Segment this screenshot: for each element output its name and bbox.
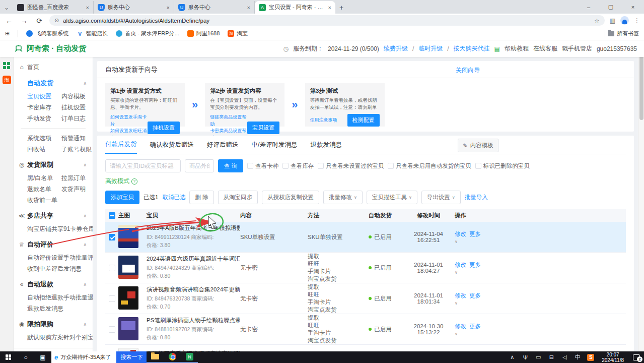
sidebar-section-auto-refund[interactable]: « 自动退款 ∧: [14, 277, 93, 292]
sogou-icon[interactable]: S: [585, 351, 597, 363]
sidebar-item-block-order[interactable]: 拉黑订单: [61, 174, 86, 183]
item-title[interactable]: 演讲视频音频演讲稿合集2024年更新中...: [147, 286, 240, 293]
sidebar-item-system-options[interactable]: 系统选项: [27, 134, 61, 143]
tab-refund-message[interactable]: 退款发消息: [310, 136, 342, 154]
bookmark-taobao[interactable]: 淘 淘宝: [228, 30, 248, 37]
row-checkbox-checked[interactable]: [109, 234, 115, 240]
item-search-input[interactable]: [105, 159, 181, 172]
tab-search-chevron-icon[interactable]: ⌄: [0, 2, 13, 14]
sidebar-item-prev-order[interactable]: 收货前一单: [27, 196, 61, 205]
sidebar-item-card-stock[interactable]: 卡密库存: [27, 103, 61, 112]
all-bookmarks-button[interactable]: 所有书签: [605, 30, 639, 37]
tab-pay-ship[interactable]: 付款后发货: [105, 136, 137, 154]
sidebar-item-manual-batch-refund[interactable]: 手动批量退款: [63, 293, 93, 302]
filter-deleted-items[interactable]: 标识已删除的宝贝: [475, 162, 530, 170]
sidebar-item-default-limit-plan[interactable]: 默认限购方案: [27, 333, 63, 342]
address-bar[interactable]: ⊙ alds.agiso.com/aldstb/#/Autologistics/…: [49, 15, 605, 26]
filter-disabled-items[interactable]: 只查看未启用自动发货的宝贝: [388, 162, 471, 170]
agiso-rail-icon[interactable]: [3, 62, 11, 70]
sidebar-section-ship-limit[interactable]: ◎ 发货限制 ∧: [14, 157, 93, 172]
taobao-rail-icon[interactable]: 淘: [3, 76, 11, 84]
sidebar-item-ship-statement[interactable]: 发货声明: [61, 185, 86, 194]
new-tab-button[interactable]: +: [335, 2, 347, 14]
content-template-button[interactable]: ✎ 内容模板: [458, 139, 498, 152]
batch-edit-dropdown[interactable]: 批量修改∨: [323, 191, 363, 204]
efficient-mode-link[interactable]: 高效模式: [105, 177, 129, 186]
sidebar-item-hangup-settings[interactable]: 挂机设置: [61, 103, 86, 112]
side-panel-icon[interactable]: ▥: [610, 17, 615, 24]
tab3-close-icon[interactable]: ×: [247, 5, 250, 11]
profile-avatar[interactable]: [620, 16, 629, 25]
sidebar-item-store-share[interactable]: 淘宝店铺共享: [27, 225, 63, 233]
taskbar-clock[interactable]: 20:07 2024/11/8: [598, 352, 628, 363]
back-icon[interactable]: ←: [4, 17, 14, 25]
window-minimize-button[interactable]: –: [578, 0, 600, 14]
browser-tab-1[interactable]: 图怪兽_百度搜索 ×: [13, 1, 94, 14]
bookmark-star-icon[interactable]: ☆: [594, 17, 599, 24]
checkbox[interactable]: [475, 163, 481, 169]
app-logo[interactable]: 阿奇索 · 自动发货: [14, 44, 86, 53]
filter-view-stock[interactable]: 查看库存: [282, 162, 314, 170]
sidebar-item-content-template[interactable]: 内容模板: [61, 92, 86, 101]
item-title[interactable]: PS笔刷厚涂插画人物手绘颗粒噪点素描p...: [147, 317, 240, 324]
edit-link[interactable]: 修改: [455, 323, 466, 329]
sidebar-item-manual-batch-review[interactable]: 手动批量评价: [63, 254, 93, 262]
window-close-button[interactable]: ×: [622, 0, 644, 14]
url-text[interactable]: alds.agiso.com/aldstb/#/Autologistics/Al…: [63, 18, 590, 24]
bookmark-feige[interactable]: 飞鸽客服系统: [26, 30, 68, 37]
chrome-icon[interactable]: [164, 351, 181, 363]
refresh-icon[interactable]: ⟳: [34, 17, 44, 25]
temp-upgrade-link[interactable]: 临时升级: [418, 44, 443, 53]
notification-center-icon[interactable]: 2: [629, 351, 644, 363]
question-icon[interactable]: ?: [131, 178, 137, 185]
tab4-close-icon[interactable]: ×: [328, 5, 331, 11]
browser-tab-2[interactable]: U 服务中心 ×: [94, 1, 174, 14]
sidebar-section-auto-ship[interactable]: 自动发货 ∧: [14, 76, 93, 91]
tab1-close-icon[interactable]: ×: [86, 5, 89, 11]
filter-view-card-type[interactable]: 查看卡种: [247, 162, 278, 170]
tray-chevron-up-icon[interactable]: ∧: [506, 351, 518, 363]
table-row[interactable]: 有效挽回恋爱心理学课程高情商沟通课程 提取: [105, 345, 626, 351]
green-app-icon[interactable]: N: [181, 351, 198, 363]
filter-unset-items[interactable]: 只查看未设置过的宝贝: [318, 162, 384, 170]
row-checkbox[interactable]: [109, 295, 115, 302]
sidebar-item-refund-message[interactable]: 退款后发消息: [27, 305, 63, 313]
apps-grid-icon[interactable]: ⊞: [5, 30, 10, 37]
window-maximize-button[interactable]: ▢: [600, 0, 622, 14]
browser-menu-icon[interactable]: ⋮: [634, 17, 640, 24]
speaker-icon[interactable]: ◁: [558, 351, 570, 363]
tab-confirm-gift[interactable]: 确认收货后赠送: [150, 136, 194, 154]
bookmark-zhineng[interactable]: V 智能店长: [77, 30, 108, 37]
tab2-close-icon[interactable]: ×: [167, 5, 170, 11]
edit-link[interactable]: 修改: [455, 231, 466, 237]
item-thumbnail[interactable]: [118, 286, 138, 310]
edit-link[interactable]: 修改: [455, 262, 466, 268]
bookmark-1688[interactable]: 阿里1688: [187, 30, 220, 37]
copy-from-authorized-store-button[interactable]: 从授权店复制设置: [262, 191, 319, 204]
online-service-link[interactable]: 在线客服: [533, 44, 557, 53]
ime-icon[interactable]: 中: [571, 351, 584, 363]
sidebar-item-manual-ship[interactable]: 手动发货: [27, 114, 61, 123]
sidebar-item-subaccount[interactable]: 子账号权限: [61, 145, 92, 154]
cortana-icon[interactable]: ○: [17, 351, 34, 363]
hangup-settings-button[interactable]: 挂机设置: [148, 122, 180, 134]
item-settings-button[interactable]: 宝贝设置: [247, 122, 279, 134]
bookmark-jushuitan[interactable]: 首页 - 聚水潭ERP分...: [116, 30, 179, 37]
page-scrollbar[interactable]: [638, 40, 644, 351]
sidebar-item-refund-list[interactable]: 退款名单: [27, 185, 61, 194]
item-thumbnail[interactable]: [118, 225, 138, 248]
select-all-checkbox[interactable]: [109, 212, 115, 219]
sidebar-item-individual-item[interactable]: 针对个别宝贝: [63, 333, 93, 342]
sidebar-item-alert-notify[interactable]: 预警通知: [61, 134, 86, 143]
sidebar-item-recycle-bin[interactable]: 回收站: [27, 145, 61, 154]
table-row[interactable]: PS笔刷厚涂插画人物手绘颗粒噪点素描p... ID: 848810192702 …: [105, 314, 626, 345]
sidebar-item-card-warehouse[interactable]: 91卡券仓库●: [63, 224, 93, 233]
sync-from-taobao-button[interactable]: 从淘宝同步: [218, 191, 258, 204]
item-title[interactable]: 2025年A版B版五年高考三年模拟语数学...: [147, 224, 240, 232]
delete-button[interactable]: 删 除: [189, 191, 213, 204]
edit-link[interactable]: 修改: [455, 292, 466, 298]
file-explorer-icon[interactable]: [147, 351, 164, 363]
sidebar-item-home[interactable]: ⌂ 首页: [14, 61, 93, 73]
outer-code-input[interactable]: [185, 159, 214, 172]
account-name[interactable]: guo215357635: [597, 45, 637, 52]
